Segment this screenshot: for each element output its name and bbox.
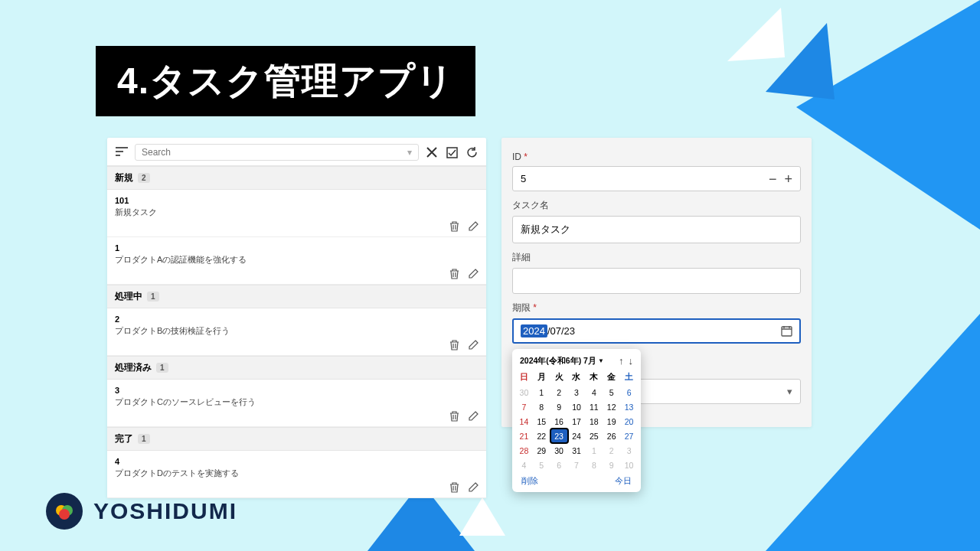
day-cell[interactable]: 15: [533, 414, 550, 429]
task-item[interactable]: 2プロダクトBの技術検証を行う: [107, 308, 486, 356]
id-stepper[interactable]: −+: [769, 174, 792, 184]
day-cell[interactable]: 29: [533, 443, 550, 458]
search-input[interactable]: ▾: [135, 144, 419, 161]
dow: 木: [585, 370, 603, 385]
delete-icon[interactable]: [449, 221, 460, 232]
dow: 火: [550, 370, 568, 385]
day-cell[interactable]: 14: [515, 414, 533, 429]
datepicker-delete[interactable]: 削除: [521, 475, 538, 487]
day-cell[interactable]: 2: [603, 443, 620, 458]
day-cell[interactable]: 10: [568, 399, 586, 414]
detail-label: 詳細: [512, 251, 801, 264]
task-list-panel: ▾ 新規2101新規タスク1プロダクトAの認証機能を強化する処理中12プロダクト…: [107, 138, 486, 498]
name-label: タスク名: [512, 199, 801, 212]
day-cell[interactable]: 9: [550, 399, 568, 414]
edit-icon[interactable]: [468, 482, 479, 493]
day-cell[interactable]: 17: [568, 414, 586, 429]
name-field[interactable]: 新規タスク: [512, 216, 801, 243]
section-header: 処理済み1: [107, 356, 486, 380]
id-field[interactable]: 5 −+: [512, 166, 801, 191]
section-header: 完了1: [107, 427, 486, 451]
minus-icon: −: [769, 174, 777, 184]
deadline-label: 期限: [512, 302, 801, 315]
svg-marker-5: [459, 497, 505, 536]
day-cell[interactable]: 19: [603, 414, 620, 429]
svg-marker-2: [727, 8, 785, 61]
day-cell[interactable]: 21: [515, 429, 533, 443]
edit-icon[interactable]: [468, 269, 479, 279]
checkbox-icon[interactable]: [445, 145, 459, 159]
datepicker: 2024年(令和6年) 7月▼ ↑ ↓ 日月火水木金土3012345678910…: [512, 349, 641, 492]
dow: 水: [568, 370, 586, 385]
day-cell[interactable]: 8: [533, 399, 550, 414]
refresh-icon[interactable]: [465, 145, 479, 159]
day-cell[interactable]: 4: [585, 385, 603, 399]
day-cell[interactable]: 11: [585, 399, 603, 414]
day-cell[interactable]: 7: [515, 399, 533, 414]
day-cell[interactable]: 7: [568, 458, 586, 472]
delete-icon[interactable]: [449, 340, 460, 350]
svg-rect-6: [447, 148, 457, 158]
day-cell[interactable]: 30: [550, 443, 568, 458]
day-cell[interactable]: 20: [620, 414, 638, 429]
day-cell[interactable]: 18: [585, 414, 603, 429]
plus-icon: +: [784, 174, 792, 184]
delete-icon[interactable]: [449, 482, 460, 493]
task-item[interactable]: 101新規タスク: [107, 190, 486, 237]
day-cell[interactable]: 13: [620, 399, 638, 414]
day-cell[interactable]: 23: [550, 429, 568, 443]
day-cell[interactable]: 25: [585, 429, 603, 443]
sort-icon[interactable]: [115, 145, 129, 159]
section-header: 処理中1: [107, 285, 486, 308]
day-cell[interactable]: 8: [585, 458, 603, 472]
calendar-icon[interactable]: [781, 325, 792, 337]
day-cell[interactable]: 9: [603, 458, 620, 472]
datepicker-today[interactable]: 今日: [615, 475, 632, 487]
id-label: ID: [512, 152, 801, 162]
edit-icon[interactable]: [468, 411, 479, 422]
edit-icon[interactable]: [468, 340, 479, 350]
deadline-field[interactable]: 2024/07/23: [512, 318, 801, 344]
day-cell[interactable]: 22: [533, 429, 550, 443]
dow: 土: [620, 370, 638, 385]
delete-icon[interactable]: [449, 411, 460, 422]
day-cell[interactable]: 27: [620, 429, 638, 443]
day-cell[interactable]: 3: [568, 385, 586, 399]
day-cell[interactable]: 12: [603, 399, 620, 414]
delete-icon[interactable]: [449, 269, 460, 279]
day-cell[interactable]: 1: [585, 443, 603, 458]
day-cell[interactable]: 5: [603, 385, 620, 399]
day-cell[interactable]: 4: [515, 458, 533, 472]
next-month-icon[interactable]: ↓: [629, 355, 634, 367]
section-header: 新規2: [107, 166, 486, 190]
datepicker-month[interactable]: 2024年(令和6年) 7月▼: [520, 356, 604, 366]
task-item[interactable]: 4プロダクトDのテストを実施する: [107, 451, 486, 498]
dow: 月: [533, 370, 550, 385]
day-cell[interactable]: 31: [568, 443, 586, 458]
day-cell[interactable]: 10: [620, 458, 638, 472]
day-cell[interactable]: 1: [533, 385, 550, 399]
page-title: 4.タスク管理アプリ: [96, 46, 475, 116]
clear-icon[interactable]: [425, 145, 439, 159]
dow: 金: [603, 370, 620, 385]
dow: 日: [515, 370, 533, 385]
day-cell[interactable]: 16: [550, 414, 568, 429]
task-item[interactable]: 3プロダクトCのソースレビューを行う: [107, 380, 486, 427]
day-cell[interactable]: 26: [603, 429, 620, 443]
svg-point-10: [59, 509, 70, 520]
task-item[interactable]: 1プロダクトAの認証機能を強化する: [107, 237, 486, 285]
day-cell[interactable]: 5: [533, 458, 550, 472]
day-cell[interactable]: 6: [550, 458, 568, 472]
day-cell[interactable]: 24: [568, 429, 586, 443]
day-cell[interactable]: 30: [515, 385, 533, 399]
brand-logo: YOSHIDUMI: [46, 493, 237, 530]
day-cell[interactable]: 28: [515, 443, 533, 458]
svg-rect-7: [782, 327, 792, 336]
edit-icon[interactable]: [468, 221, 479, 232]
day-cell[interactable]: 3: [620, 443, 638, 458]
toolbar: ▾: [107, 138, 486, 166]
day-cell[interactable]: 6: [620, 385, 638, 399]
day-cell[interactable]: 2: [550, 385, 568, 399]
detail-field[interactable]: [512, 268, 801, 294]
prev-month-icon[interactable]: ↑: [619, 355, 624, 367]
